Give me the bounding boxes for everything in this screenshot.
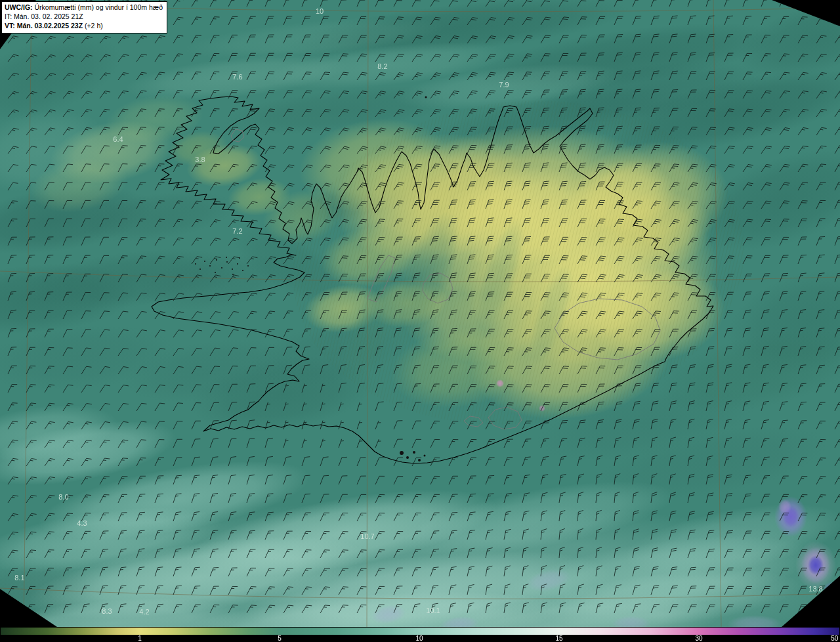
colorbar-tick-label: 10 [415,635,423,642]
colorbar-tick-label: 15 [555,635,562,642]
colorbar-labels: 1510153050 [0,627,840,642]
init-time-line: IT: Mán. 03. 02. 2025 21Z [5,12,163,22]
colorbar-tick-label: 30 [695,635,702,642]
valid-time: VT: Mán. 03.02.2025 23Z [5,22,83,30]
colorbar-tick-label: 1 [138,635,142,642]
model-id: UWC/IG: [5,3,33,11]
valid-time-line: VT: Mán. 03.02.2025 23Z (+2 h) [5,22,163,31]
colorbar-tick-label: 50 [831,635,838,642]
map-title: Úrkomumætti (mm) og vindur í 100m hæð [33,3,163,11]
map-title-box: UWC/IG: Úrkomumætti (mm) og vindur í 100… [1,1,167,33]
colorbar-tick-label: 5 [278,635,282,642]
colorbar: 1510153050 [0,627,840,642]
weather-map-canvas [0,0,840,627]
product-title-line: UWC/IG: Úrkomumætti (mm) og vindur í 100… [5,3,163,12]
valid-offset: (+2 h) [83,22,103,30]
